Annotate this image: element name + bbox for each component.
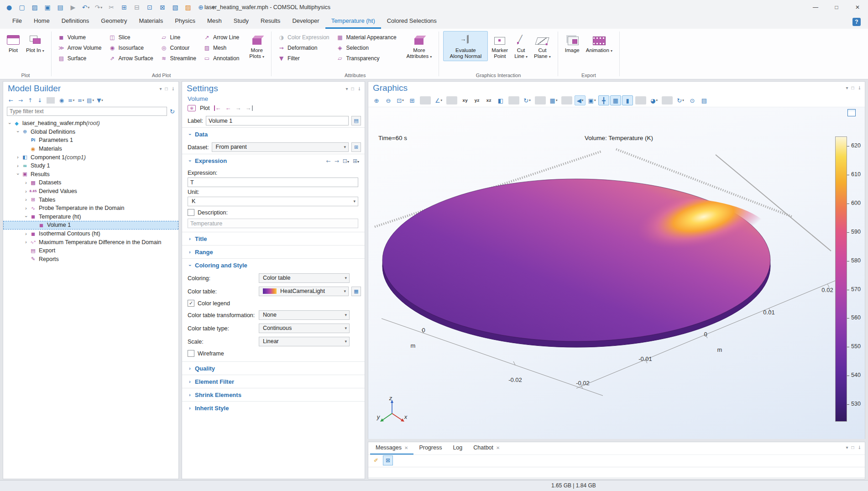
tree-item[interactable]: › ∞ Study 1 <box>3 162 178 170</box>
tree-item[interactable]: › ◉ Materials <box>3 145 178 153</box>
log-tab[interactable]: Chatbot✕ <box>468 442 505 454</box>
toolbar-icon[interactable]: →▾ <box>16 96 25 104</box>
graphics-toolbar-icon[interactable]: ▾ <box>446 96 457 104</box>
next-expression-icon[interactable]: → <box>335 158 339 164</box>
clear-messages-icon[interactable]: ✐ <box>371 455 381 465</box>
section-header-coloring-and-style[interactable]: › Coloring and Style <box>182 258 365 272</box>
tree-item[interactable]: › ▩ Datasets <box>3 178 178 187</box>
ribbon-small-button[interactable]: ◉Isosurface <box>106 42 158 53</box>
ribbon-small-button[interactable]: ↗Arrow Line <box>201 32 244 42</box>
section-header-inherit-style[interactable]: › Inherit Style <box>182 401 365 414</box>
tree-expand-icon[interactable]: › <box>23 189 29 194</box>
ribbon-small-button[interactable]: ≫Arrow Volume <box>55 42 106 53</box>
graphics-toolbar-icon[interactable]: ▾ <box>662 96 673 104</box>
add-expression-icon[interactable]: ⊞▾ <box>353 158 359 164</box>
qat-button[interactable]: ●▾ <box>4 2 15 13</box>
graphics-toolbar-icon[interactable]: ◧▾ <box>495 95 506 105</box>
tree-expand-icon[interactable]: › <box>15 163 21 168</box>
ribbon-tab[interactable]: Developer <box>286 15 325 29</box>
ribbon-tab[interactable]: Results <box>255 15 286 29</box>
coloring-dropdown[interactable]: Color table <box>259 273 350 283</box>
ribbon-small-button[interactable]: ≋Streamline <box>158 53 201 63</box>
qat-button[interactable]: ⊠▾ <box>157 2 168 13</box>
tree-expand-icon[interactable]: › <box>23 180 29 185</box>
go-to-source-icon[interactable]: ⊞ <box>351 142 361 152</box>
ribbon-big-button[interactable]: Cut Line ▾ <box>512 31 530 61</box>
section-header-data[interactable]: › Data <box>182 127 365 141</box>
section-header-shrink-elements[interactable]: › Shrink Elements <box>182 388 365 401</box>
ribbon-small-button[interactable]: ⇝Deformation <box>275 42 334 53</box>
dataset-dropdown[interactable]: From parent <box>212 142 349 152</box>
panel-float-icon[interactable]: □ <box>351 86 354 91</box>
graphics-toolbar-icon[interactable]: ↻▾ <box>522 95 533 105</box>
ribbon-small-button[interactable]: ▱Line <box>158 32 201 42</box>
graphics-canvas[interactable]: Time=60 s Volume: Temperature (K) 0.020.… <box>368 107 865 439</box>
ribbon-big-button[interactable]: Image ▾ <box>562 31 582 55</box>
more-plots-button[interactable]: More Plots ▾ <box>246 31 267 61</box>
color-legend-checkbox[interactable]: ✓ <box>188 300 194 307</box>
tree-expand-icon[interactable]: › <box>16 129 21 135</box>
graphics-toolbar-icon[interactable]: ▦▾ <box>548 95 559 105</box>
first-plot-icon[interactable]: ← <box>214 105 221 111</box>
graphics-toolbar-icon[interactable]: ⊕▾ <box>371 95 382 105</box>
graphics-toolbar-icon[interactable]: ▾ <box>420 96 431 104</box>
ribbon-big-button[interactable]: Evaluate Along Normal ▾ <box>443 31 488 61</box>
refresh-icon[interactable]: ↻ <box>170 108 175 115</box>
qat-button[interactable]: ⊡▾ <box>144 2 155 13</box>
ribbon-tab[interactable]: Colored Selections <box>381 15 443 29</box>
tree-item[interactable]: › ⊞ Tables <box>3 195 178 204</box>
previous-expression-icon[interactable]: ← <box>326 158 331 164</box>
tree-expand-icon[interactable]: › <box>15 155 21 160</box>
graphics-toolbar-icon[interactable]: ▤▾ <box>699 95 710 105</box>
toolbar-icon[interactable]: ↑▾ <box>26 96 34 104</box>
previous-plot-icon[interactable]: ← <box>225 105 231 111</box>
graphics-toolbar-icon[interactable]: ▾ <box>535 96 546 104</box>
description-input[interactable] <box>188 219 358 228</box>
ribbon-small-button[interactable]: ▼Filter <box>275 53 334 63</box>
tree-expand-icon[interactable]: › <box>23 231 29 236</box>
section-header-title[interactable]: › Title <box>182 232 365 245</box>
qat-button[interactable]: ▶▾ <box>68 2 78 13</box>
close-icon[interactable]: ✕ <box>496 445 500 450</box>
settings-plot-button[interactable]: Plot <box>200 105 210 111</box>
ribbon-small-button[interactable]: ◎Contour <box>158 42 201 53</box>
qat-button[interactable]: ↶▾ <box>80 2 91 13</box>
graphics-toolbar-icon[interactable]: ▦▾ <box>610 95 621 105</box>
graphics-toolbar-icon[interactable]: yz▾ <box>471 95 482 105</box>
graphics-toolbar-icon[interactable]: ⊙▾ <box>687 95 698 105</box>
panel-pin-icon[interactable]: ⊸ <box>170 87 175 90</box>
tree-item[interactable]: › ∿ Probe Temperature in the Domain <box>3 204 178 213</box>
qat-button[interactable]: ⊟▾ <box>131 2 142 13</box>
label-input[interactable] <box>206 116 349 125</box>
ribbon-small-button[interactable]: ▨Mesh <box>201 42 244 53</box>
ribbon-big-button[interactable]: Marker Point ▾ <box>489 31 511 61</box>
tree-item[interactable]: › ▣ Results <box>3 170 178 179</box>
tree-filter-input[interactable] <box>7 107 167 116</box>
plot-window-icon[interactable] <box>847 109 856 116</box>
close-icon[interactable]: ✕ <box>404 445 408 450</box>
qat-button[interactable]: ▢▾ <box>16 2 27 13</box>
ribbon-tab[interactable]: Materials <box>133 15 169 29</box>
color-table-dropdown[interactable]: HeatCameraLight <box>259 287 349 296</box>
tree-item[interactable]: › 8.85 Derived Values <box>3 187 178 196</box>
tree-expand-icon[interactable]: › <box>23 240 29 245</box>
panel-pin-icon[interactable]: ⊸ <box>356 87 361 90</box>
tree-item[interactable]: › ◼ Temperature (ht) <box>3 213 178 221</box>
tree-item[interactable]: › ▤ Export <box>3 246 178 255</box>
color-table-transformation-dropdown[interactable]: None <box>259 310 350 320</box>
rename-icon[interactable]: ▤ <box>351 116 361 125</box>
panel-menu-icon[interactable]: ▾ <box>346 86 348 91</box>
ribbon-small-button[interactable]: ◑Color Expression <box>275 32 334 42</box>
toolbar-icon[interactable]: ▼▾ <box>96 96 104 104</box>
ribbon-small-button[interactable]: ▤Surface <box>55 53 106 63</box>
graphics-toolbar-icon[interactable]: ◕▾ <box>648 95 659 105</box>
graphics-toolbar-icon[interactable]: ▾ <box>561 96 572 104</box>
graphics-toolbar-icon[interactable]: ▾ <box>508 96 519 104</box>
toolbar-icon[interactable]: ↓▾ <box>36 96 44 104</box>
panel-menu-icon[interactable]: ▾ <box>160 86 162 91</box>
panel-pin-icon[interactable]: ⊸ <box>857 445 862 449</box>
panel-float-icon[interactable]: □ <box>852 445 854 450</box>
panel-menu-icon[interactable]: ▾ <box>846 445 848 450</box>
color-table-type-dropdown[interactable]: Continuous <box>259 324 350 333</box>
graphics-toolbar-icon[interactable]: xz▾ <box>483 95 494 105</box>
